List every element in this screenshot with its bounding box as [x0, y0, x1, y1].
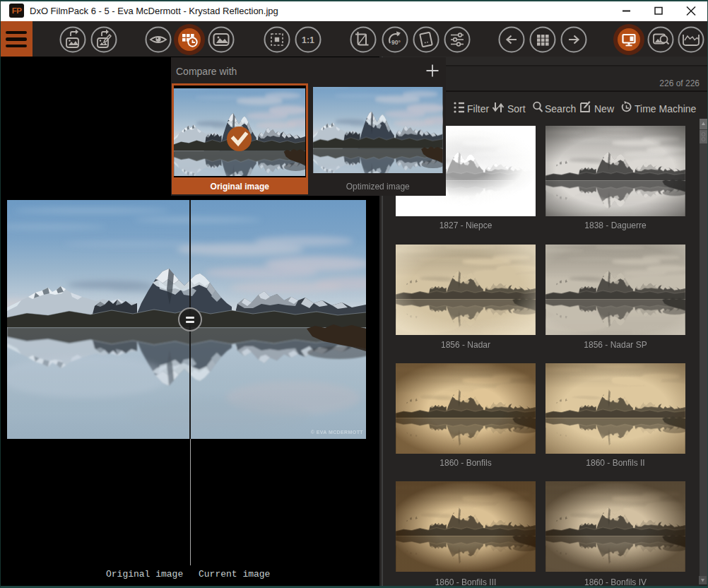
svg-text:90°: 90° [391, 39, 401, 46]
svg-text:1:1: 1:1 [302, 35, 314, 45]
